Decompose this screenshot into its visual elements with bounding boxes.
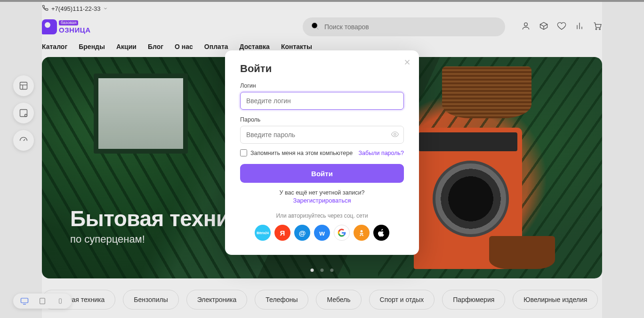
modal-title: Войти — [240, 63, 404, 75]
social-apple-icon[interactable] — [373, 225, 389, 241]
social-vk-icon[interactable]: w — [314, 225, 330, 241]
no-account-text: У вас ещё нет учетной записи? — [280, 189, 365, 196]
remember-checkbox[interactable] — [240, 149, 247, 156]
social-login-row: Bitrix24 Я @ w — [240, 225, 404, 241]
social-google-icon[interactable] — [334, 225, 350, 241]
remember-row: Запомнить меня на этом компьютере Забыли… — [240, 149, 404, 156]
remember-checkbox-label[interactable]: Запомнить меня на этом компьютере — [240, 149, 353, 156]
login-label: Логин — [240, 82, 404, 89]
eye-icon[interactable] — [391, 130, 399, 140]
no-account: У вас ещё нет учетной записи? Зарегистри… — [240, 189, 404, 204]
password-label: Пароль — [240, 116, 404, 123]
login-input[interactable] — [240, 92, 404, 110]
forgot-password-link[interactable]: Забыли пароль? — [358, 150, 404, 156]
login-submit-button[interactable]: Войти — [240, 164, 404, 183]
or-social-text: Или авторизуйтесь через соц. сети — [240, 212, 404, 219]
social-ok-icon[interactable] — [354, 225, 370, 241]
remember-text: Запомнить меня на этом компьютере — [250, 150, 353, 156]
social-mailru-icon[interactable]: @ — [294, 225, 310, 241]
login-modal: Войти Логин Пароль Запомнить меня на это… — [225, 50, 419, 255]
register-link[interactable]: Зарегистрироваться — [240, 197, 404, 204]
svg-point-10 — [394, 133, 396, 136]
close-icon[interactable] — [403, 58, 411, 68]
social-yandex-icon[interactable]: Я — [274, 225, 290, 241]
social-bitrix24-icon[interactable]: Bitrix24 — [255, 225, 271, 241]
password-input[interactable] — [240, 126, 404, 144]
svg-point-11 — [361, 230, 363, 233]
